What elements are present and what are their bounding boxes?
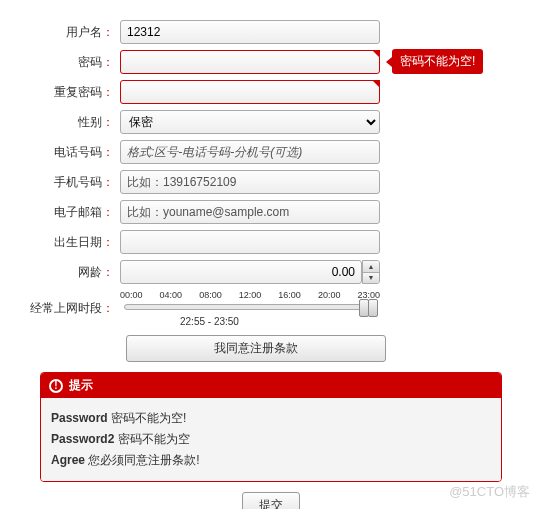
slider-handle-end[interactable] xyxy=(368,299,378,317)
spinner-down-icon[interactable]: ▼ xyxy=(363,273,379,284)
alert-icon: ! xyxy=(49,379,63,393)
phone-label: 电话号码 xyxy=(54,145,102,159)
slider-caption: 22:55 - 23:50 xyxy=(120,316,380,327)
netage-input[interactable] xyxy=(120,260,362,284)
agree-button[interactable]: 我同意注册条款 xyxy=(126,335,386,362)
phone-input[interactable] xyxy=(120,140,380,164)
alert-box: ! 提示 Password 密码不能为空! Password2 密码不能为空 A… xyxy=(40,372,502,482)
gender-label: 性别 xyxy=(78,115,102,129)
timerange-slider[interactable] xyxy=(124,304,376,310)
alert-item: Agree 您必须同意注册条款! xyxy=(51,452,491,469)
email-input[interactable] xyxy=(120,200,380,224)
password-label: 密码 xyxy=(78,55,102,69)
password2-input[interactable] xyxy=(120,80,380,104)
mobile-input[interactable] xyxy=(120,170,380,194)
mobile-label: 手机号码 xyxy=(54,175,102,189)
alert-item: Password 密码不能为空! xyxy=(51,410,491,427)
password-tooltip: 密码不能为空! xyxy=(392,49,483,74)
watermark: @51CTO博客 xyxy=(449,483,530,501)
password-input[interactable] xyxy=(120,50,380,74)
spinner-up-icon[interactable]: ▲ xyxy=(363,261,379,273)
gender-select[interactable]: 保密 xyxy=(120,110,380,134)
alert-item: Password2 密码不能为空 xyxy=(51,431,491,448)
username-input[interactable] xyxy=(120,20,380,44)
netage-label: 网龄 xyxy=(78,265,102,279)
alert-title: 提示 xyxy=(69,377,93,394)
username-label: 用户名 xyxy=(66,25,102,39)
birthday-label: 出生日期 xyxy=(54,235,102,249)
timerange-label: 经常上网时段 xyxy=(30,301,102,315)
birthday-input[interactable] xyxy=(120,230,380,254)
email-label: 电子邮箱 xyxy=(54,205,102,219)
slider-ticks: 00:0004:0008:0012:0016:0020:0023:00 xyxy=(120,290,380,300)
submit-button[interactable]: 提交 xyxy=(242,492,300,509)
password2-label: 重复密码 xyxy=(54,85,102,99)
slider-handle-start[interactable] xyxy=(359,299,369,317)
